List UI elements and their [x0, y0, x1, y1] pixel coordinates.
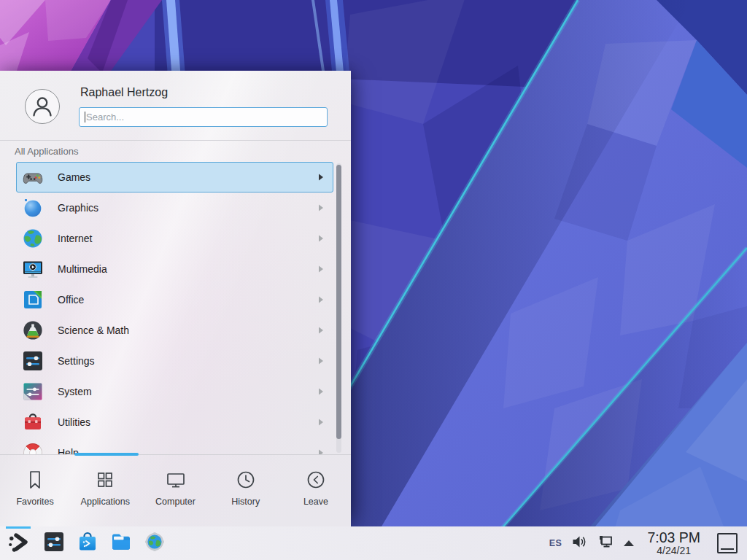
menu-item-label: Multimedia: [58, 263, 318, 275]
desktop: Raphael Hertzog All Applications: [0, 0, 747, 560]
utilities-icon: [21, 411, 44, 434]
section-label: All Applications: [15, 146, 78, 157]
show-desktop-button[interactable]: [717, 533, 738, 553]
menu-item-graphics[interactable]: Graphics: [16, 192, 333, 223]
keyboard-layout-indicator[interactable]: ES: [549, 538, 562, 548]
search-input[interactable]: [79, 107, 328, 127]
tab-label: Computer: [155, 497, 196, 507]
tab-leave[interactable]: Leave: [281, 455, 351, 526]
tab-history[interactable]: History: [211, 455, 281, 526]
tab-label: History: [231, 497, 260, 507]
menu-item-games[interactable]: Games: [16, 162, 333, 192]
file-manager-button[interactable]: [109, 532, 133, 555]
launcher-tab-bar: Favorites Applications C: [0, 454, 351, 526]
menu-item-label: Settings: [58, 355, 318, 367]
menu-item-label: Internet: [58, 233, 318, 244]
system-icon: [21, 380, 44, 403]
volume-icon[interactable]: [571, 534, 587, 553]
menu-item-label: Science & Math: [58, 324, 318, 336]
menu-item-label: Office: [58, 294, 318, 306]
user-name: Raphael Hertzog: [80, 86, 168, 99]
office-icon: [21, 288, 44, 311]
menu-item-label: Utilities: [58, 416, 318, 428]
globe-gear-icon: [143, 530, 166, 556]
discover-button[interactable]: [76, 532, 99, 555]
submenu-arrow-icon: [318, 296, 324, 303]
expand-tray-icon[interactable]: [624, 540, 634, 546]
tab-computer[interactable]: Computer: [140, 455, 210, 526]
games-icon: [21, 166, 44, 189]
logout-icon: [305, 469, 327, 491]
scrollbar-thumb[interactable]: [336, 165, 341, 439]
system-settings-button[interactable]: [42, 532, 66, 555]
tab-label: Applications: [81, 497, 130, 507]
wired-network-icon[interactable]: [597, 533, 614, 553]
launcher-header: Raphael Hertzog: [0, 71, 351, 141]
clock-date: 4/24/21: [657, 545, 691, 556]
kickoff-icon: [7, 530, 30, 556]
discover-icon: [76, 530, 99, 556]
menu-item-label: Graphics: [58, 202, 318, 214]
science-icon: [21, 319, 44, 342]
menu-item-label: Games: [58, 171, 318, 183]
system-tray: ES 7:03 PM 4/24/21: [549, 530, 741, 556]
folder-icon: [109, 530, 133, 556]
web-browser-button[interactable]: [143, 532, 166, 555]
submenu-arrow-icon: [318, 204, 324, 211]
taskbar: ES 7:03 PM 4/24/21: [0, 526, 747, 560]
launcher-active-indicator: [6, 526, 31, 529]
bookmark-icon: [24, 469, 46, 491]
menu-item-help[interactable]: Help: [16, 438, 333, 454]
digital-clock[interactable]: 7:03 PM 4/24/21: [647, 530, 700, 556]
system-settings-icon: [42, 530, 66, 556]
submenu-arrow-icon: [318, 235, 324, 242]
submenu-arrow-icon: [318, 174, 324, 181]
category-list: Games Graphics: [16, 162, 333, 454]
graphics-icon: [21, 196, 44, 219]
application-launcher-popup: Raphael Hertzog All Applications: [0, 71, 351, 526]
user-avatar: [25, 89, 60, 124]
submenu-arrow-icon: [318, 327, 324, 334]
clock-time: 7:03 PM: [647, 530, 700, 545]
active-tab-indicator: [74, 453, 139, 456]
submenu-arrow-icon: [318, 388, 324, 395]
internet-icon: [21, 227, 44, 250]
monitor-icon: [165, 469, 187, 491]
submenu-arrow-icon: [318, 419, 324, 426]
settings-icon: [21, 349, 44, 373]
menu-item-office[interactable]: Office: [16, 284, 333, 315]
multimedia-icon: [21, 257, 44, 281]
submenu-arrow-icon: [318, 449, 324, 454]
tab-label: Favorites: [16, 497, 53, 507]
submenu-arrow-icon: [318, 357, 324, 365]
grid-icon: [94, 469, 116, 491]
menu-item-multimedia[interactable]: Multimedia: [16, 254, 333, 284]
help-icon: [21, 441, 44, 454]
menu-item-utilities[interactable]: Utilities: [16, 407, 333, 438]
tab-label: Leave: [303, 497, 328, 507]
menu-item-internet[interactable]: Internet: [16, 223, 333, 254]
menu-item-settings[interactable]: Settings: [16, 346, 333, 376]
menu-item-system[interactable]: System: [16, 376, 333, 407]
text-cursor: [85, 112, 85, 122]
tab-favorites[interactable]: Favorites: [0, 455, 70, 526]
tab-applications[interactable]: Applications: [70, 455, 140, 526]
clock-icon: [235, 469, 257, 491]
menu-item-label: System: [58, 386, 318, 397]
submenu-arrow-icon: [318, 265, 324, 273]
menu-item-science-math[interactable]: Science & Math: [16, 315, 333, 346]
application-launcher-button[interactable]: [4, 526, 32, 560]
